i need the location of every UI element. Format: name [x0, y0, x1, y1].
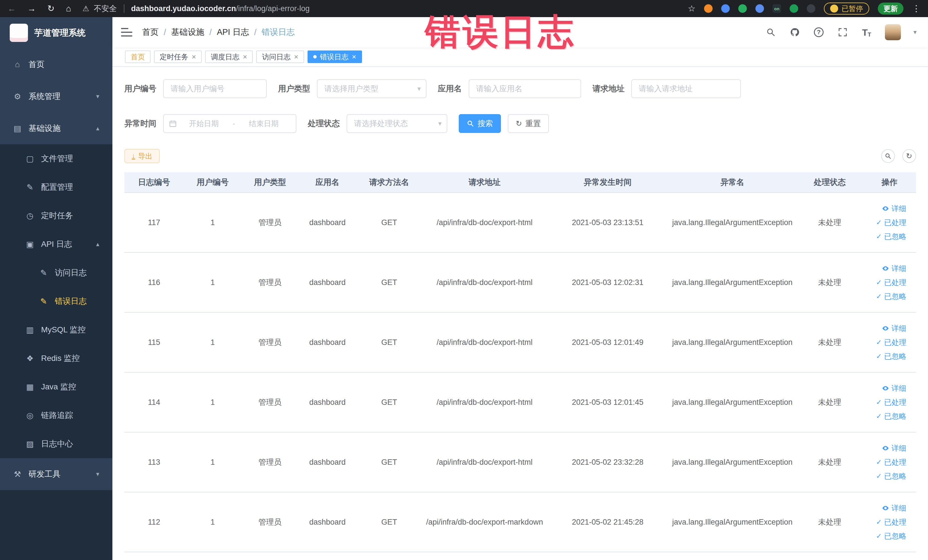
user-id-input[interactable]	[163, 79, 267, 98]
extension-icon[interactable]	[704, 4, 713, 13]
sidebar-item-system-mgmt[interactable]: ⚙ 系统管理 ▾	[0, 81, 112, 112]
help-icon[interactable]: ?	[813, 26, 824, 38]
filter-process-status: 处理状态 ▾	[308, 114, 447, 133]
sidebar-item-infrastructure[interactable]: ▤ 基础设施 ▴	[0, 112, 112, 144]
breadcrumb-api-log[interactable]: API 日志	[217, 26, 249, 38]
hamburger-icon[interactable]	[121, 28, 132, 37]
cell-status: 未处理	[797, 457, 863, 467]
check-icon: ✓	[876, 398, 882, 406]
breadcrumb-home[interactable]: 首页	[142, 26, 159, 38]
update-button[interactable]: 更新	[878, 3, 904, 15]
search-icon[interactable]	[765, 26, 777, 38]
sidebar-item-log-center[interactable]: ▨ 日志中心	[0, 430, 112, 458]
request-url-input[interactable]	[631, 79, 741, 98]
export-button[interactable]: ↓ 导出	[124, 149, 160, 163]
detail-link[interactable]: 详细	[882, 443, 906, 453]
tab-access-log[interactable]: 访问日志 ×	[256, 50, 304, 63]
ignored-link[interactable]: ✓已忽略	[876, 232, 906, 242]
ignored-link[interactable]: ✓已忽略	[876, 291, 906, 302]
tab-home[interactable]: 首页	[125, 50, 151, 63]
user-type-select[interactable]: ▾	[317, 79, 426, 98]
toggle-search-button[interactable]	[881, 149, 895, 163]
sidebar-item-java-monitor[interactable]: ▦ Java 监控	[0, 372, 112, 401]
detail-link[interactable]: 详细	[882, 323, 906, 334]
extension-icon[interactable]	[738, 4, 747, 13]
reset-button[interactable]: ↻ 重置	[508, 114, 549, 133]
sync-paused-badge[interactable]: 已暂停	[824, 3, 869, 15]
tab-label: 定时任务	[160, 52, 188, 62]
address-bar[interactable]: ⚠ 不安全 dashboard.yudao.iocoder.cn/infra/l…	[82, 3, 688, 14]
detail-link[interactable]: 详细	[882, 503, 906, 513]
detail-link[interactable]: 详细	[882, 264, 906, 273]
table-toolbar: ↓ 导出 ↻	[124, 149, 916, 163]
sidebar-item-label: 基础设施	[29, 123, 61, 134]
back-icon[interactable]: ←	[8, 4, 16, 13]
process-status-select-input[interactable]	[346, 114, 447, 133]
font-size-icon[interactable]: TT	[861, 26, 872, 38]
sidebar-item-label: 文件管理	[41, 153, 73, 164]
tab-error-log[interactable]: 错误日志 ×	[308, 50, 362, 63]
close-icon[interactable]: ×	[192, 53, 196, 61]
sidebar-item-error-log[interactable]: ✎ 错误日志	[0, 287, 112, 316]
cell-exception-name: java.lang.IllegalArgumentException	[668, 218, 797, 227]
extension-icon[interactable]	[790, 4, 798, 13]
processed-link[interactable]: ✓已处理	[876, 517, 906, 527]
sidebar-item-scheduled-jobs[interactable]: ◷ 定时任务	[0, 201, 112, 230]
forward-icon[interactable]: →	[27, 4, 36, 13]
app-name-input[interactable]	[469, 79, 581, 98]
ignored-link[interactable]: ✓已忽略	[876, 411, 906, 421]
ignored-link[interactable]: ✓已忽略	[876, 351, 906, 362]
sidebar-item-config-mgmt[interactable]: ✎ 配置管理	[0, 173, 112, 201]
processed-link[interactable]: ✓已处理	[876, 278, 906, 288]
sidebar-item-home[interactable]: ⌂ 首页	[0, 49, 112, 81]
close-icon[interactable]: ×	[352, 53, 356, 61]
date-range-picker[interactable]: 开始日期 - 结束日期	[163, 114, 296, 133]
sidebar-item-access-log[interactable]: ✎ 访问日志	[0, 258, 112, 287]
search-button[interactable]: 搜索	[459, 114, 501, 133]
extension-icon[interactable]	[721, 4, 730, 13]
github-icon[interactable]	[789, 26, 800, 38]
ignored-link[interactable]: ✓已忽略	[876, 471, 906, 481]
close-icon[interactable]: ×	[243, 53, 247, 61]
close-icon[interactable]: ×	[294, 53, 298, 61]
bookmark-star-icon[interactable]: ☆	[688, 4, 696, 13]
sidebar-item-redis-monitor[interactable]: ❖ Redis 监控	[0, 344, 112, 372]
chevron-down-icon[interactable]: ▾	[913, 29, 917, 36]
avatar[interactable]	[885, 24, 901, 40]
processed-link[interactable]: ✓已处理	[876, 397, 906, 407]
cell-method: GET	[356, 338, 422, 347]
home-icon[interactable]: ⌂	[66, 4, 71, 13]
refresh-table-button[interactable]: ↻	[902, 149, 916, 163]
extension-icon[interactable]	[756, 4, 764, 13]
ignored-link[interactable]: ✓已忽略	[876, 531, 906, 541]
detail-link[interactable]: 详细	[882, 204, 906, 214]
breadcrumb-infrastructure[interactable]: 基础设施	[171, 26, 204, 38]
eye-icon	[882, 205, 889, 212]
detail-link[interactable]: 详细	[882, 383, 906, 394]
edit-icon: ✎	[39, 268, 49, 278]
column-header-exception-time: 异常发生时间	[547, 177, 669, 188]
fullscreen-icon[interactable]	[837, 26, 849, 38]
cell-status: 未处理	[797, 217, 863, 227]
edit-icon: ✎	[39, 297, 49, 306]
sidebar-item-file-mgmt[interactable]: ▢ 文件管理	[0, 144, 112, 173]
sidebar-item-mysql-monitor[interactable]: ▥ MySQL 监控	[0, 316, 112, 344]
sidebar-item-dev-tools[interactable]: ⚒ 研发工具 ▾	[0, 458, 112, 490]
browser-menu-icon[interactable]: ⋮	[912, 4, 920, 13]
extension-icon[interactable]: on	[772, 4, 781, 13]
user-type-select-input[interactable]	[317, 79, 426, 98]
tab-scheduled-jobs[interactable]: 定时任务 ×	[154, 50, 202, 63]
app-logo[interactable]: 芋道管理系统	[0, 17, 112, 49]
process-status-select[interactable]: ▾	[346, 114, 447, 133]
processed-link[interactable]: ✓已处理	[876, 337, 906, 348]
tab-dispatch-log[interactable]: 调度日志 ×	[205, 50, 253, 63]
processed-link[interactable]: ✓已处理	[876, 218, 906, 227]
tab-label: 调度日志	[211, 52, 240, 62]
processed-link[interactable]: ✓已处理	[876, 457, 906, 467]
sidebar-item-api-log[interactable]: ▣ API 日志 ▴	[0, 230, 112, 258]
extension-icon[interactable]	[807, 4, 815, 13]
reload-icon[interactable]: ↻	[47, 4, 55, 13]
filter-row-2: 异常时间 开始日期 - 结束日期 处理状态 ▾	[124, 114, 916, 133]
active-tab-dot	[313, 55, 317, 58]
sidebar-item-tracing[interactable]: ◎ 链路追踪	[0, 401, 112, 430]
